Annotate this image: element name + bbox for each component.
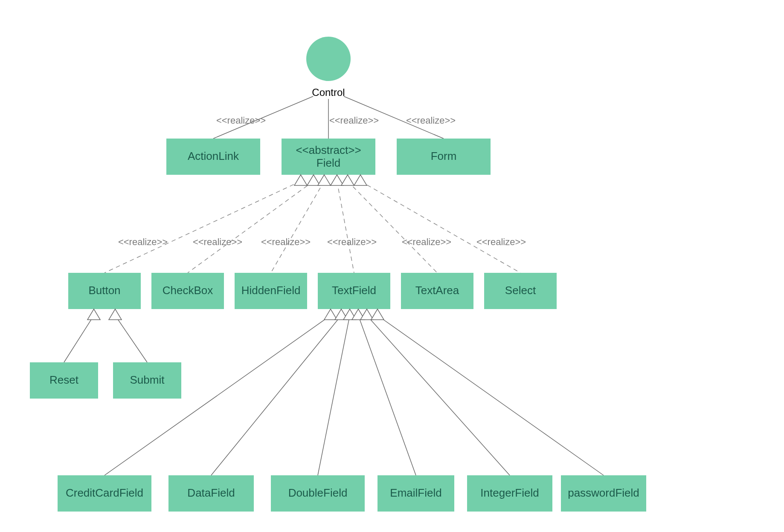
svg-text:ActionLink: ActionLink xyxy=(188,150,239,162)
svg-marker-15 xyxy=(318,175,331,185)
node-passwordfield: passwordField xyxy=(561,475,646,512)
svg-marker-14 xyxy=(307,175,320,185)
realize-label-b5: <<realize>> xyxy=(402,237,451,247)
svg-line-10 xyxy=(337,181,354,273)
node-datafield: DataField xyxy=(168,475,254,512)
button-children-edges xyxy=(64,309,147,362)
svg-text:TextField: TextField xyxy=(332,284,376,297)
uml-diagram: Control <<realize>> <<realize>> <<realiz… xyxy=(0,0,784,532)
svg-marker-16 xyxy=(331,175,343,185)
node-actionlink: ActionLink xyxy=(166,139,260,175)
node-hiddenfield: HiddenField xyxy=(235,273,307,309)
svg-marker-13 xyxy=(294,175,307,185)
node-textarea: TextArea xyxy=(401,273,473,309)
node-form: Form xyxy=(397,139,491,175)
root-circle xyxy=(306,37,351,81)
svg-text:Select: Select xyxy=(505,284,536,297)
node-reset: Reset xyxy=(30,362,98,399)
node-textfield: TextField xyxy=(318,273,390,309)
svg-text:HiddenField: HiddenField xyxy=(241,284,301,297)
node-select: Select xyxy=(484,273,557,309)
svg-line-12 xyxy=(360,181,520,273)
svg-text:DataField: DataField xyxy=(187,486,235,499)
svg-text:CheckBox: CheckBox xyxy=(163,284,213,297)
realize-label-b6: <<realize>> xyxy=(476,237,526,247)
node-integerfield: IntegerField xyxy=(467,475,552,512)
svg-line-42 xyxy=(358,315,416,475)
svg-text:Submit: Submit xyxy=(130,373,165,386)
svg-text:<<abstract>>: <<abstract>> xyxy=(296,144,361,156)
svg-line-9 xyxy=(271,181,324,273)
svg-text:EmailField: EmailField xyxy=(390,486,441,499)
svg-text:Field: Field xyxy=(317,156,340,169)
svg-text:TextArea: TextArea xyxy=(415,284,459,297)
svg-line-31 xyxy=(64,315,94,362)
svg-line-41 xyxy=(318,315,350,475)
svg-marker-50 xyxy=(371,309,384,320)
node-button: Button xyxy=(68,273,141,309)
svg-text:Reset: Reset xyxy=(49,373,79,386)
svg-line-40 xyxy=(211,315,341,475)
realize-label-2: <<realize>> xyxy=(329,115,379,126)
svg-line-8 xyxy=(188,181,314,273)
realize-label-b2: <<realize>> xyxy=(193,237,242,247)
realize-label-3: <<realize>> xyxy=(406,115,456,126)
field-realizations xyxy=(105,175,520,273)
root-label: Control xyxy=(312,87,345,98)
node-submit: Submit xyxy=(113,362,181,399)
svg-marker-17 xyxy=(341,175,354,185)
realize-label-b1: <<realize>> xyxy=(118,237,168,247)
svg-line-44 xyxy=(377,315,604,475)
svg-line-43 xyxy=(367,315,510,475)
node-checkbox: CheckBox xyxy=(151,273,224,309)
realize-label-1: <<realize>> xyxy=(216,115,266,126)
svg-line-11 xyxy=(348,181,437,273)
svg-marker-34 xyxy=(109,309,122,320)
realize-label-b4: <<realize>> xyxy=(327,237,377,247)
svg-line-32 xyxy=(115,315,147,362)
svg-text:CreditCardField: CreditCardField xyxy=(66,486,143,499)
svg-text:IntegerField: IntegerField xyxy=(480,486,539,499)
node-emailfield: EmailField xyxy=(377,475,454,512)
svg-text:passwordField: passwordField xyxy=(568,486,639,499)
svg-marker-45 xyxy=(324,309,337,320)
node-field: <<abstract>> Field xyxy=(282,139,375,175)
node-creditcardfield: CreditCardField xyxy=(58,475,151,512)
node-doublefield: DoubleField xyxy=(271,475,365,512)
svg-text:DoubleField: DoubleField xyxy=(288,486,348,499)
realize-label-b3: <<realize>> xyxy=(261,237,311,247)
svg-text:Button: Button xyxy=(88,284,120,297)
svg-marker-33 xyxy=(87,309,100,320)
svg-marker-49 xyxy=(360,309,373,320)
svg-marker-18 xyxy=(354,175,367,185)
svg-line-7 xyxy=(105,181,301,273)
svg-text:Form: Form xyxy=(431,150,457,162)
